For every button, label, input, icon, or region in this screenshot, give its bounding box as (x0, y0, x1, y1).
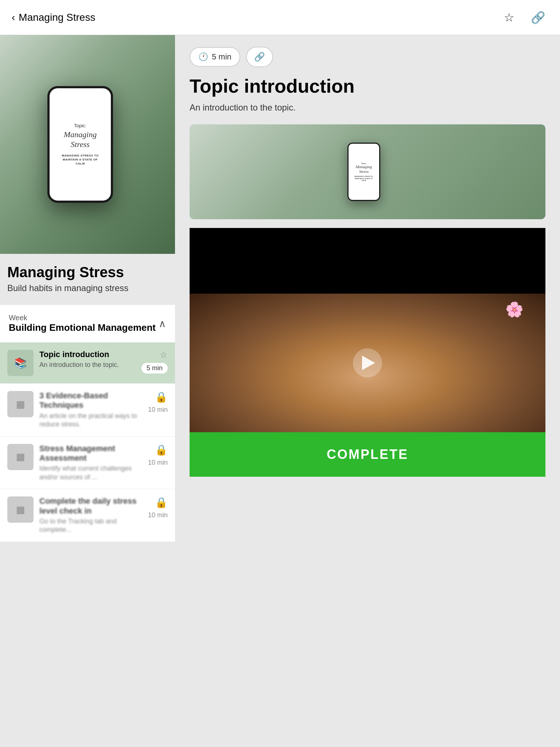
phone-screen-hero: Topic: ManagingStress MANAGING STRESS TO… (50, 88, 111, 201)
week-info: Week Building Emotional Management (9, 314, 156, 333)
lesson-name-assessment: Stress Management Assessment (39, 444, 145, 463)
video-top-black (190, 228, 545, 294)
bookmark-button[interactable]: ☆ (499, 7, 519, 28)
lesson-desc-topic-intro: An introduction to the topic. (39, 361, 139, 369)
back-button[interactable]: ‹ Managing Stress (12, 12, 95, 23)
hero-image: Topic: ManagingStress MANAGING STRESS TO… (0, 35, 175, 254)
chevron-up-icon: ∧ (159, 318, 166, 330)
lesson-item-topic-intro[interactable]: 📚 Topic introduction An introduction to … (0, 342, 175, 383)
lock-icon-daily-check: 🔒 (155, 496, 168, 508)
week-label: Week (9, 314, 156, 322)
lesson-item-evidence[interactable]: ▦ 3 Evidence-Based Techniques An article… (0, 383, 175, 436)
complete-button[interactable]: COMPLETE (190, 432, 545, 477)
left-panel: Topic: ManagingStress MANAGING STRESS TO… (0, 35, 175, 542)
video-container: 🌸 (190, 228, 545, 432)
phone-topic-label-hero: Topic: (74, 123, 86, 128)
play-button[interactable] (353, 348, 382, 378)
book-icon: 📚 (14, 357, 27, 369)
app-header: ‹ Managing Stress ☆ 🔗 (0, 0, 560, 35)
week-header[interactable]: Week Building Emotional Management ∧ (0, 305, 175, 342)
lesson-meta-assessment: 🔒 10 min (148, 444, 168, 467)
lesson-item-daily-check[interactable]: ▦ Complete the daily stress level check … (0, 489, 175, 542)
back-icon: ‹ (12, 12, 15, 23)
duration-assessment: 10 min (148, 459, 168, 467)
flower-decoration: 🌸 (505, 301, 524, 318)
link-badge[interactable]: 🔗 (246, 47, 273, 67)
preview-image: Topic: ManagingStress MANAGING STRESS TO… (190, 124, 545, 219)
lesson-meta-evidence: 🔒 10 min (148, 391, 168, 414)
lesson-info-assessment: Stress Management Assessment Identify wh… (39, 444, 145, 482)
phone-subtitle-preview: MANAGING STRESS TOMAINTAIN A STATE OFCAL… (354, 175, 373, 182)
share-button[interactable]: 🔗 (528, 7, 548, 28)
time-badge: 🕐 5 min (190, 47, 240, 67)
grid-icon-assessment: ▦ (16, 451, 25, 462)
phone-subtitle-hero: MANAGING STRESS TOMAINTAIN A STATE OFCAL… (62, 154, 99, 166)
phone-screen-preview: Topic: ManagingStress MANAGING STRESS TO… (349, 144, 379, 200)
link-icon: 🔗 (254, 52, 265, 62)
meta-row: 🕐 5 min 🔗 (190, 47, 545, 67)
duration-topic-intro: 5 min (141, 363, 168, 374)
time-label: 5 min (212, 52, 232, 62)
header-left: ‹ Managing Stress (12, 12, 95, 23)
lesson-desc-assessment: Identify what current challenges and/or … (39, 464, 145, 481)
lesson-info-daily-check: Complete the daily stress level check in… (39, 496, 145, 534)
phone-topic-title-preview: ManagingStress (355, 165, 372, 174)
phone-mockup-preview: Topic: ManagingStress MANAGING STRESS TO… (347, 143, 380, 201)
main-content: Topic: ManagingStress MANAGING STRESS TO… (0, 35, 560, 542)
clock-icon: 🕐 (198, 52, 208, 62)
bookmark-icon: ☆ (504, 11, 514, 24)
right-panel: 🕐 5 min 🔗 Topic introduction An introduc… (175, 35, 560, 542)
star-icon-topic-intro[interactable]: ☆ (160, 350, 168, 360)
share-icon: 🔗 (531, 11, 545, 24)
duration-evidence: 10 min (148, 406, 168, 414)
lesson-name-topic-intro: Topic introduction (39, 350, 139, 359)
topic-desc: An introduction to the topic. (190, 102, 545, 113)
duration-daily-check: 10 min (148, 511, 168, 519)
course-subtitle: Build habits in managing stress (7, 283, 168, 293)
phone-mockup-hero: Topic: ManagingStress MANAGING STRESS TO… (47, 86, 113, 203)
lesson-name-evidence: 3 Evidence-Based Techniques (39, 391, 145, 410)
course-title-section: Managing Stress Build habits in managing… (0, 254, 175, 298)
lock-icon-evidence: 🔒 (155, 391, 168, 403)
week-section: Week Building Emotional Management ∧ 📚 T… (0, 305, 175, 542)
topic-title: Topic introduction (190, 76, 545, 97)
grid-icon-daily: ▦ (16, 504, 25, 515)
lesson-icon-topic-intro: 📚 (7, 350, 34, 376)
lesson-meta-topic-intro: ☆ 5 min (141, 350, 168, 374)
video-face: 🌸 (190, 294, 545, 432)
lesson-meta-daily-check: 🔒 10 min (148, 496, 168, 519)
lesson-info-topic-intro: Topic introduction An introduction to th… (39, 350, 139, 369)
lesson-icon-evidence: ▦ (7, 391, 34, 417)
header-title: Managing Stress (19, 12, 95, 23)
lock-icon-assessment: 🔒 (155, 444, 168, 456)
play-triangle-icon (362, 356, 375, 370)
lesson-info-evidence: 3 Evidence-Based Techniques An article o… (39, 391, 145, 429)
lesson-name-daily-check: Complete the daily stress level check in (39, 496, 145, 516)
phone-topic-title-hero: ManagingStress (64, 130, 97, 149)
lesson-desc-daily-check: Go to the Tracking tab and complete... (39, 517, 145, 534)
lesson-item-assessment[interactable]: ▦ Stress Management Assessment Identify … (0, 436, 175, 489)
lesson-desc-evidence: An article on the practical ways to redu… (39, 412, 145, 429)
header-right: ☆ 🔗 (499, 7, 548, 28)
lesson-icon-daily-check: ▦ (7, 496, 34, 523)
lesson-icon-assessment: ▦ (7, 444, 34, 470)
course-title: Managing Stress (7, 264, 168, 280)
week-title: Building Emotional Management (9, 322, 156, 333)
grid-icon-evidence: ▦ (16, 399, 25, 410)
